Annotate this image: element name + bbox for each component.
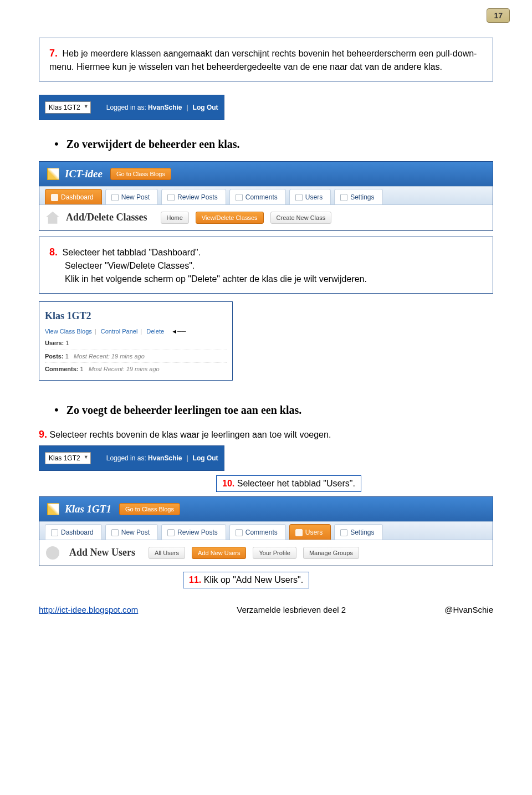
link-delete[interactable]: Delete <box>146 328 164 335</box>
step-8-line2: Selecteer "View/Delete Classes". <box>65 259 195 272</box>
admin-topbar-2: Klas 1GT2 Logged in as: HvanSchie | Log … <box>39 446 224 470</box>
separator: | <box>186 104 188 111</box>
screenshot-dashboard-classes: ICT-idee Go to Class Blogs Dashboard New… <box>39 161 493 231</box>
step-9-number: 9. <box>39 429 47 440</box>
house-icon <box>46 212 59 224</box>
dash1-subhead: Add/Delete Classes Home View/Delete Clas… <box>39 205 493 230</box>
tab-settings-label: Settings <box>350 193 374 201</box>
footer-right: @HvanSchie <box>444 605 493 614</box>
tab-users-label-2: Users <box>305 529 323 536</box>
step-9: 9. Selecteer rechts bovenin de klas waar… <box>39 427 493 442</box>
tab-settings-2[interactable]: Settings <box>334 524 382 540</box>
step-10-text: Selecteer het tabblad "Users". <box>237 479 355 488</box>
goto-class-blogs-button-2[interactable]: Go to Class Blogs <box>119 503 180 515</box>
tab-dashboard-label-2: Dashboard <box>61 529 94 536</box>
step-10-box: 10. Selecteer het tabblad "Users". <box>216 475 361 492</box>
step-7-text: Heb je meerdere klassen aangemaakt dan v… <box>49 49 477 71</box>
tab-review-posts-label: Review Posts <box>177 193 218 201</box>
screenshot-klas-details: Klas 1GT2 View Class Blogs| Control Pane… <box>39 301 233 381</box>
heading-delete-class-text: Zo verwijdert de beheerder een klas. <box>66 138 240 150</box>
users-label: Users: <box>45 340 64 346</box>
users-value: 1 <box>65 340 69 346</box>
step-7-number: 7. <box>49 48 58 59</box>
klas-links: View Class Blogs| Control Panel| Delete … <box>45 326 227 337</box>
new-post-icon <box>111 194 119 201</box>
step-11-box: 11. Klik op "Add New Users". <box>183 572 309 588</box>
logged-in-user: HvanSchie <box>148 104 182 111</box>
dash2-tabstrip: Dashboard New Post Review Posts Comments… <box>39 521 493 540</box>
comments-icon <box>236 194 243 201</box>
tab-review-posts[interactable]: Review Posts <box>161 189 226 204</box>
subnav-your-profile[interactable]: Your Profile <box>253 547 296 559</box>
new-post-icon <box>111 529 119 536</box>
tab-comments-label-2: Comments <box>245 529 278 536</box>
step-8-line3: Klik in het volgende scherm op "Delete" … <box>65 273 367 285</box>
tab-review-posts-2[interactable]: Review Posts <box>161 524 226 540</box>
review-icon <box>167 529 175 536</box>
admin-topbar: Klas 1GT2 Logged in as: HvanSchie | Log … <box>39 95 224 120</box>
posts-value: 1 <box>65 353 69 360</box>
section-heading-delete-class: •Zo verwijdert de beheerder een klas. <box>39 137 493 151</box>
tab-users-label: Users <box>305 193 323 201</box>
tab-settings[interactable]: Settings <box>334 189 382 204</box>
link-view-class-blogs[interactable]: View Class Blogs <box>45 328 92 335</box>
tab-new-post[interactable]: New Post <box>105 189 158 204</box>
bullet-dot-icon: • <box>54 403 59 417</box>
link-control-panel[interactable]: Control Panel <box>101 328 138 335</box>
step-10-number: 10. <box>222 479 234 488</box>
screenshot-klas-select-1: Klas 1GT2 Logged in as: HvanSchie | Log … <box>39 95 224 120</box>
brand-title: ICT-idee <box>65 168 103 180</box>
step-8-number: 8. <box>49 247 58 258</box>
home-icon <box>51 194 58 201</box>
dash2-header: Klas 1GT1 Go to Class Blogs <box>39 497 493 521</box>
pencil-icon <box>47 168 59 180</box>
tab-new-post-2[interactable]: New Post <box>105 524 158 540</box>
comments-icon <box>236 529 243 536</box>
review-icon <box>167 194 175 201</box>
comments-value: 1 <box>80 366 84 372</box>
bullet-dot-icon: • <box>54 137 59 151</box>
klas-dropdown[interactable]: Klas 1GT2 <box>45 101 91 114</box>
dash1-header: ICT-idee Go to Class Blogs <box>39 162 493 186</box>
dash1-tabstrip: Dashboard New Post Review Posts Comments… <box>39 186 493 205</box>
logout-link[interactable]: Log Out <box>193 104 218 111</box>
step-11-text: Klik op "Add New Users". <box>204 575 303 584</box>
tab-comments-label: Comments <box>245 193 278 201</box>
tab-users-2[interactable]: Users <box>289 524 331 540</box>
klas-dropdown-2[interactable]: Klas 1GT2 <box>45 452 91 464</box>
tab-users[interactable]: Users <box>289 189 331 204</box>
settings-icon <box>340 194 347 201</box>
comments-label: Comments: <box>45 366 79 372</box>
klas-title: Klas 1GT2 <box>45 307 227 325</box>
tab-comments[interactable]: Comments <box>229 189 286 204</box>
footer-url[interactable]: http://ict-idee.blogspot.com <box>39 605 138 614</box>
posts-recent: Most Recent: 19 mins ago <box>74 353 145 360</box>
tab-comments-2[interactable]: Comments <box>229 524 286 540</box>
users-icon <box>295 194 303 201</box>
subnav-add-new-users[interactable]: Add New Users <box>192 547 246 559</box>
dash2-subhead: Add New Users All Users Add New Users Yo… <box>39 540 493 566</box>
goto-class-blogs-button[interactable]: Go to Class Blogs <box>110 168 171 180</box>
arrow-left-icon: ◄── <box>171 328 186 335</box>
screenshot-dashboard-users: Klas 1GT1 Go to Class Blogs Dashboard Ne… <box>39 496 493 566</box>
tab-dashboard-2[interactable]: Dashboard <box>45 524 102 540</box>
screenshot-klas-select-2: Klas 1GT2 Logged in as: HvanSchie | Log … <box>39 445 224 471</box>
page-number-badge: 17 <box>487 8 510 23</box>
section-heading-add-students: •Zo voegt de beheerder leerlingen toe aa… <box>39 403 493 417</box>
subnav-create-new-class[interactable]: Create New Class <box>270 212 332 224</box>
step-11-number: 11. <box>189 575 201 584</box>
tab-dashboard[interactable]: Dashboard <box>45 189 102 204</box>
subnav-manage-groups[interactable]: Manage Groups <box>303 547 359 559</box>
logged-in-label: Logged in as: <box>106 104 146 111</box>
dash1-subtitle: Add/Delete Classes <box>66 212 147 223</box>
tab-new-post-label: New Post <box>121 193 150 201</box>
tab-review-posts-label-2: Review Posts <box>177 529 218 536</box>
logged-in-label-2: Logged in as: <box>106 454 146 462</box>
users-icon <box>295 529 303 536</box>
page-footer: http://ict-idee.blogspot.com Verzamelde … <box>39 605 493 614</box>
subnav-home[interactable]: Home <box>161 212 189 224</box>
logout-link-2[interactable]: Log Out <box>193 454 218 462</box>
pencil-icon <box>47 503 59 515</box>
subnav-view-delete-classes[interactable]: View/Delete Classes <box>196 212 264 224</box>
subnav-all-users[interactable]: All Users <box>149 547 185 559</box>
